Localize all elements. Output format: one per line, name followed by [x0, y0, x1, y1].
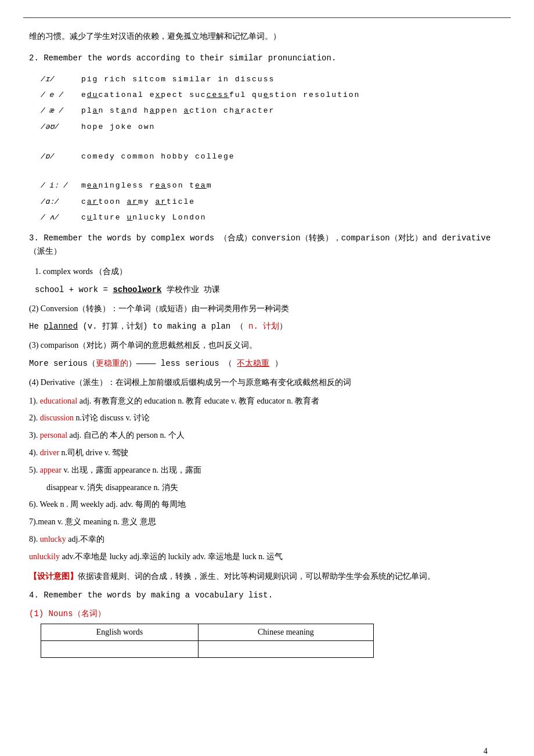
deriv-item-3: 3). personal adj. 自己的 本人的 person n. 个人 — [29, 429, 505, 442]
discussion-word: discussion — [40, 413, 74, 422]
design-block: 【设计意图】依据读音规则、词的合成，转换，派生、对比等构词规则识词，可以帮助学生… — [29, 570, 505, 584]
phonetic-line-2: / e / educational expect successful ques… — [41, 88, 505, 102]
deriv-item-5b: disappear v. 消失 disappearance n. 消失 — [46, 481, 505, 495]
phonetic-symbol-8: / ʌ/ — [41, 211, 75, 224]
school-eq: school + work = schoolwork 学校作业 功课 — [35, 283, 505, 297]
nouns-line: (1) Nouns（名词） — [29, 609, 505, 619]
deriv-item-8b: unluckily adv.不幸地是 lucky adj.幸运的 luckily… — [29, 550, 505, 564]
section2-title: 2. Remember the words according to their… — [29, 52, 505, 66]
deriv-item-2: 2). discussion n.讨论 discuss v. 讨论 — [29, 411, 505, 425]
more-serious-line: More serious（更稳重的）———— less serious （ 不太… — [29, 357, 505, 371]
personal-word: personal — [40, 431, 67, 440]
driver-word: driver — [40, 448, 59, 457]
col-english-words: English words — [41, 624, 199, 641]
phonetic-block: /ɪ/ pig rich sitcom similar in discuss /… — [41, 73, 505, 225]
phonetic-line-4: /əʊ/ hope joke own — [41, 120, 505, 134]
deriv-item-8: 8). unlucky adj.不幸的 — [29, 532, 505, 546]
phonetic-symbol-1: /ɪ/ — [41, 73, 75, 86]
phonetic-words-5: comedy common hobby college — [81, 150, 235, 163]
deriv-item-1: 1). educational adj. 有教育意义的 education n.… — [29, 394, 505, 408]
vocab-table: English words Chinese meaning — [41, 624, 374, 658]
deriv-item-6: 6). Week n . 周 weekly adj. adv. 每周的 每周地 — [29, 498, 505, 512]
phonetic-words-2: educational expect successful question r… — [81, 88, 360, 102]
vocab-section: 4. Remember the words by making a vocabu… — [29, 589, 505, 603]
phonetic-words-4: hope joke own — [81, 120, 155, 134]
deriv-item-4: 4). driver n.司机 drive v. 驾驶 — [29, 446, 505, 460]
table-cell-empty-1 — [41, 641, 199, 658]
phonetic-symbol-2: / e / — [41, 88, 75, 102]
unluckily-word: unluckily — [29, 552, 60, 561]
plan-red: n. 计划 — [248, 322, 279, 331]
col-chinese-meaning: Chinese meaning — [198, 624, 373, 641]
appear-word: appear — [40, 466, 62, 474]
phonetic-line-5: /ɒ/ comedy common hobby college — [41, 150, 505, 163]
educational-word: educational — [40, 397, 78, 405]
phonetic-symbol-5: /ɒ/ — [41, 150, 75, 163]
table-header-row: English words Chinese meaning — [41, 624, 374, 641]
phonetic-words-1: pig rich sitcom similar in discuss — [81, 73, 275, 86]
complex-title: 1. complex words （合成） — [35, 265, 505, 279]
design-bracket-open: 【设计意图】 — [29, 572, 78, 581]
content-area: 维的习惯。减少了学生对汉语的依赖，避免孤立地理解和记忆单词。） 2. Remem… — [23, 30, 511, 658]
section4-title: 4. Remember the words by making a vocabu… — [29, 589, 505, 603]
page-wrapper: 维的习惯。减少了学生对汉语的依赖，避免孤立地理解和记忆单词。） 2. Remem… — [23, 17, 511, 756]
phonetic-symbol-4: /əʊ/ — [41, 120, 75, 134]
phonetic-words-8: culture unlucky London — [81, 211, 207, 224]
less-serious-red: 不太稳重 — [237, 359, 269, 368]
derivative-line: (4) Derivative（派生）：在词根上加前缀或后缀构成另一个与原意略有变… — [29, 376, 505, 390]
phonetic-words-3: plan stand happen action character — [81, 104, 275, 117]
table-row-empty — [41, 641, 374, 658]
more-serious-red: 更稳重的 — [96, 359, 128, 368]
phonetic-line-7: /ɑː/ cartoon army article — [41, 195, 505, 208]
intro-line: 维的习惯。减少了学生对汉语的依赖，避免孤立地理解和记忆单词。） — [29, 30, 505, 44]
complex-sub: 1. complex words （合成） — [35, 265, 505, 279]
schoolwork: schoolwork — [113, 285, 161, 294]
he-planned: He planned (v. 打算，计划) to making a plan （… — [29, 320, 505, 334]
phonetic-symbol-6: / iː / — [41, 179, 75, 192]
unlucky-word: unlucky — [40, 535, 66, 543]
phonetic-words-7: cartoon army article — [81, 195, 195, 208]
page-number: 4 — [484, 747, 488, 756]
phonetic-line-3: / æ / plan stand happen action character — [41, 104, 505, 117]
deriv-item-5: 5). appear v. 出现，露面 appearance n. 出现，露面 — [29, 463, 505, 477]
phonetic-line-1: /ɪ/ pig rich sitcom similar in discuss — [41, 73, 505, 86]
conversion-line: (2) Conversion（转换）：一个单词（或短语）由一种词类用作另一种词类 — [29, 302, 505, 316]
phonetic-line-6: / iː / meaningless reason team — [41, 179, 505, 192]
phonetic-line-8: / ʌ/ culture unlucky London — [41, 211, 505, 224]
table-cell-empty-2 — [198, 641, 373, 658]
phonetic-words-6: meaningless reason team — [81, 179, 212, 192]
top-divider — [23, 17, 511, 18]
phonetic-symbol-3: / æ / — [41, 104, 75, 117]
phonetic-symbol-7: /ɑː/ — [41, 195, 75, 208]
deriv-item-7: 7).mean v. 意义 meaning n. 意义 意思 — [29, 515, 505, 529]
planned-word: planned — [44, 322, 78, 331]
comparison-line: (3) comparison（对比）两个单词的意思截然相反，也叫反义词。 — [29, 339, 505, 352]
section3-title: 3. Remember the words by complex words （… — [29, 232, 505, 260]
